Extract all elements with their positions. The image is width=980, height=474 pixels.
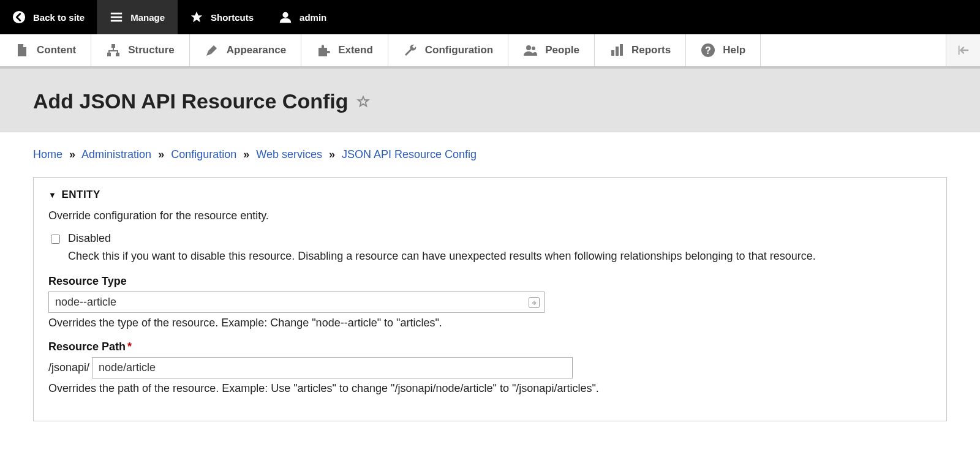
page-title: Add JSON API Resource Config — [33, 89, 370, 113]
breadcrumb-administration[interactable]: Administration — [81, 148, 151, 160]
admin-menu-extend-label: Extend — [338, 44, 373, 56]
admin-menu-people-label: People — [545, 44, 579, 56]
breadcrumb-jsonapi-config[interactable]: JSON API Resource Config — [342, 148, 477, 160]
breadcrumb: Home » Administration » Configuration » … — [33, 148, 947, 161]
breadcrumb-web-services[interactable]: Web services — [256, 148, 322, 160]
breadcrumb-sep: » — [154, 148, 168, 160]
admin-menu-spacer — [761, 34, 946, 66]
manage-button[interactable]: Manage — [97, 0, 178, 34]
admin-menu-reports[interactable]: Reports — [595, 34, 686, 66]
resource-path-label-text: Resource Path — [48, 340, 126, 353]
back-to-site-button[interactable]: Back to site — [0, 0, 97, 34]
svg-rect-3 — [111, 20, 122, 22]
people-icon — [523, 43, 538, 58]
admin-menu-content-label: Content — [37, 44, 76, 56]
svg-rect-2 — [111, 17, 122, 18]
admin-menu-appearance[interactable]: Appearance — [190, 34, 301, 66]
svg-rect-10 — [611, 50, 614, 56]
admin-menu-structure-label: Structure — [128, 44, 175, 56]
disabled-form-item: Disabled Check this if you want to disab… — [48, 232, 932, 264]
user-icon — [279, 10, 292, 24]
resource-type-label: Resource Type — [48, 275, 932, 288]
disclosure-triangle-icon: ▼ — [48, 190, 56, 200]
svg-rect-1 — [111, 13, 122, 15]
admin-menu-reports-label: Reports — [631, 44, 671, 56]
entity-fieldset: ▼ ENTITY Override configuration for the … — [33, 177, 947, 421]
admin-menu-configuration[interactable]: Configuration — [388, 34, 508, 66]
entity-summary-toggle[interactable]: ▼ ENTITY — [48, 189, 100, 201]
bar-chart-icon — [609, 43, 624, 58]
puzzle-icon — [316, 43, 331, 58]
entity-description: Override configuration for the resource … — [48, 209, 932, 222]
breadcrumb-sep: » — [239, 148, 253, 160]
content-wrap: Home » Administration » Configuration » … — [0, 132, 980, 446]
admin-menu-content[interactable]: Content — [0, 34, 91, 66]
svg-rect-15 — [958, 46, 959, 55]
disabled-label: Disabled — [68, 232, 816, 245]
wrench-icon — [403, 43, 418, 58]
paintbrush-icon — [205, 43, 219, 58]
admin-menu-extend[interactable]: Extend — [301, 34, 388, 66]
resource-type-input[interactable] — [48, 292, 545, 313]
svg-point-0 — [13, 11, 25, 23]
hierarchy-icon — [106, 43, 121, 58]
document-icon — [15, 43, 29, 58]
shortcuts-button[interactable]: Shortcuts — [178, 0, 266, 34]
entity-body: Override configuration for the resource … — [48, 201, 932, 395]
admin-menu-appearance-label: Appearance — [227, 44, 286, 56]
svg-rect-12 — [620, 44, 623, 56]
admin-menu-help[interactable]: ? Help — [686, 34, 761, 66]
breadcrumb-configuration[interactable]: Configuration — [171, 148, 236, 160]
svg-rect-5 — [111, 44, 115, 48]
svg-rect-7 — [116, 53, 119, 56]
user-menu-label: admin — [300, 12, 326, 23]
chevron-left-circle-icon — [12, 10, 26, 24]
star-icon — [190, 10, 203, 24]
help-icon: ? — [701, 43, 715, 58]
svg-point-8 — [526, 45, 531, 50]
resource-path-label: Resource Path* — [48, 340, 932, 353]
admin-menu: Content Structure Appearance Extend Conf… — [0, 34, 980, 69]
resource-type-form-item: Resource Type ⎆ Overrides the type of th… — [48, 275, 932, 329]
resource-path-form-item: Resource Path* /jsonapi/ Overrides the p… — [48, 340, 932, 395]
toolbar-collapse-button[interactable] — [946, 34, 980, 66]
admin-menu-structure[interactable]: Structure — [91, 34, 190, 66]
breadcrumb-sep: » — [325, 148, 339, 160]
resource-path-help-text: Overrides the path of the resource. Exam… — [48, 382, 932, 395]
shortcuts-label: Shortcuts — [211, 12, 254, 23]
page-title-text: Add JSON API Resource Config — [33, 89, 348, 113]
shortcut-star-outline-icon[interactable] — [356, 95, 370, 108]
hamburger-icon — [110, 10, 123, 24]
resource-path-input[interactable] — [92, 357, 573, 378]
required-indicator: * — [127, 340, 132, 353]
admin-menu-help-label: Help — [723, 44, 745, 56]
disabled-checkbox[interactable] — [51, 235, 60, 244]
resource-path-prefix: /jsonapi/ — [48, 361, 89, 374]
admin-toolbar: Back to site Manage Shortcuts admin — [0, 0, 980, 34]
admin-menu-people[interactable]: People — [508, 34, 595, 66]
svg-rect-6 — [107, 53, 111, 56]
user-menu-button[interactable]: admin — [266, 0, 339, 34]
breadcrumb-sep: » — [66, 148, 79, 160]
page-header: Add JSON API Resource Config — [0, 69, 980, 132]
breadcrumb-home[interactable]: Home — [33, 148, 62, 160]
collapse-left-icon — [957, 43, 970, 57]
entity-legend: ENTITY — [61, 189, 100, 201]
svg-text:?: ? — [705, 45, 711, 56]
svg-point-9 — [532, 47, 535, 50]
disabled-help-text: Check this if you want to disable this r… — [68, 249, 816, 264]
admin-menu-configuration-label: Configuration — [425, 44, 493, 56]
svg-point-4 — [282, 12, 288, 18]
svg-rect-11 — [616, 47, 619, 56]
back-to-site-label: Back to site — [33, 12, 85, 23]
manage-label: Manage — [130, 12, 165, 23]
resource-type-help-text: Overrides the type of the resource. Exam… — [48, 317, 932, 329]
